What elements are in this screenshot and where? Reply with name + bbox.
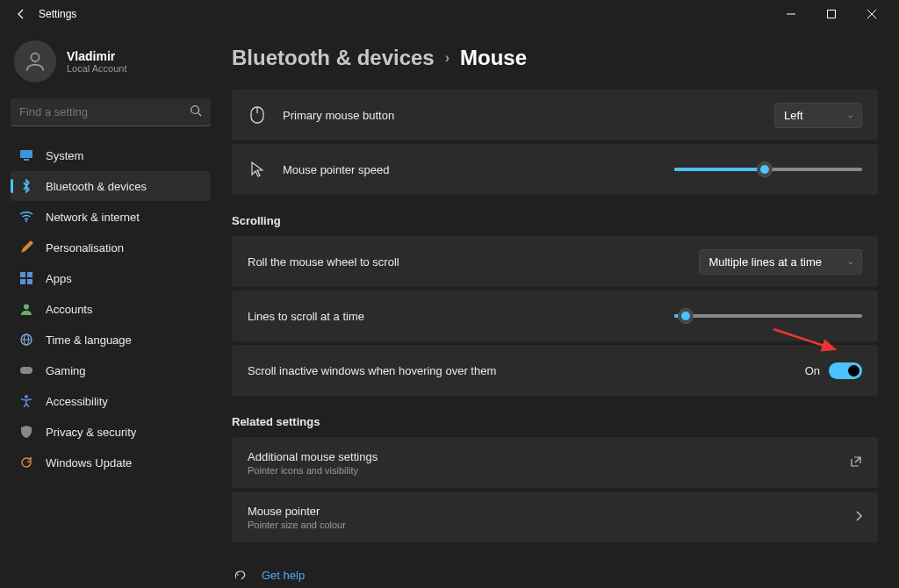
svg-point-22 bbox=[237, 574, 239, 576]
apps-icon bbox=[19, 271, 33, 285]
sidebar-item-personalisation[interactable]: Personalisation bbox=[11, 233, 211, 262]
titlebar: Settings bbox=[0, 0, 899, 28]
svg-point-9 bbox=[25, 220, 27, 222]
window-title: Settings bbox=[39, 8, 76, 20]
lines-scroll-label: Lines to scroll at a time bbox=[248, 310, 674, 323]
dropdown-value: Multiple lines at a time bbox=[708, 255, 822, 269]
close-button[interactable] bbox=[852, 0, 892, 28]
help-icon bbox=[232, 568, 248, 582]
roll-wheel-dropdown[interactable]: Multiple lines at a time ⌵ bbox=[699, 249, 862, 275]
bluetooth-icon bbox=[19, 179, 33, 193]
sidebar: Vladimir Local Account System Bluetooth … bbox=[0, 28, 221, 588]
globe-icon bbox=[19, 333, 33, 347]
user-name: Vladimir bbox=[67, 49, 127, 63]
chevron-down-icon: ⌵ bbox=[848, 111, 852, 119]
sidebar-item-label: Accessibility bbox=[46, 395, 108, 408]
nav-list: System Bluetooth & devices Network & int… bbox=[11, 140, 211, 477]
gaming-icon bbox=[19, 363, 33, 377]
svg-rect-8 bbox=[24, 159, 29, 161]
sidebar-item-apps[interactable]: Apps bbox=[11, 263, 211, 293]
lines-scroll-slider[interactable] bbox=[674, 307, 862, 325]
mouse-pointer-row[interactable]: Mouse pointer Pointer size and colour bbox=[232, 491, 878, 542]
wifi-icon bbox=[19, 210, 33, 224]
avatar bbox=[14, 40, 56, 82]
sidebar-item-label: Apps bbox=[46, 272, 72, 285]
additional-title: Additional mouse settings bbox=[248, 450, 850, 463]
accounts-icon bbox=[19, 302, 33, 316]
sidebar-item-privacy[interactable]: Privacy & security bbox=[11, 417, 211, 447]
main-panel: Bluetooth & devices › Mouse Primary mous… bbox=[221, 28, 899, 588]
pointer-speed-label: Mouse pointer speed bbox=[283, 163, 674, 176]
mouse-icon bbox=[248, 106, 267, 124]
sidebar-item-bluetooth[interactable]: Bluetooth & devices bbox=[11, 171, 211, 201]
sidebar-item-network[interactable]: Network & internet bbox=[11, 202, 211, 232]
svg-line-6 bbox=[198, 112, 202, 116]
accessibility-icon bbox=[19, 394, 33, 408]
scrolling-header: Scrolling bbox=[232, 214, 878, 227]
svg-point-5 bbox=[191, 105, 199, 113]
user-block[interactable]: Vladimir Local Account bbox=[11, 40, 211, 98]
sidebar-item-label: Gaming bbox=[46, 364, 86, 377]
svg-rect-7 bbox=[20, 150, 32, 158]
search-box[interactable] bbox=[11, 98, 211, 126]
sidebar-item-accessibility[interactable]: Accessibility bbox=[11, 386, 211, 416]
svg-rect-1 bbox=[828, 11, 836, 18]
brush-icon bbox=[19, 240, 33, 255]
system-icon bbox=[19, 148, 33, 162]
roll-wheel-label: Roll the mouse wheel to scroll bbox=[248, 255, 699, 269]
breadcrumb-prev[interactable]: Bluetooth & devices bbox=[232, 46, 435, 70]
sidebar-item-label: Personalisation bbox=[46, 241, 124, 255]
mouse-pointer-title: Mouse pointer bbox=[248, 505, 855, 518]
related-header: Related settings bbox=[232, 415, 878, 428]
additional-mouse-settings-row[interactable]: Additional mouse settings Pointer icons … bbox=[232, 437, 878, 488]
chevron-right-icon: › bbox=[445, 50, 450, 66]
user-sub: Local Account bbox=[67, 63, 127, 74]
scroll-inactive-row: Scroll inactive windows when hovering ov… bbox=[232, 345, 878, 396]
additional-sub: Pointer icons and visibility bbox=[248, 465, 850, 476]
svg-rect-13 bbox=[27, 279, 32, 284]
svg-rect-12 bbox=[20, 279, 25, 284]
primary-button-dropdown[interactable]: Left ⌵ bbox=[774, 103, 862, 128]
get-help-link[interactable]: Get help bbox=[232, 562, 878, 588]
sidebar-item-label: Time & language bbox=[46, 333, 132, 347]
sidebar-item-accounts[interactable]: Accounts bbox=[11, 294, 211, 324]
minimize-button[interactable] bbox=[771, 0, 811, 28]
shield-icon bbox=[19, 425, 33, 439]
svg-rect-10 bbox=[20, 272, 25, 277]
sidebar-item-label: Bluetooth & devices bbox=[46, 180, 147, 193]
primary-mouse-button-row: Primary mouse button Left ⌵ bbox=[232, 90, 878, 140]
dropdown-value: Left bbox=[784, 109, 803, 122]
scroll-inactive-label: Scroll inactive windows when hovering ov… bbox=[248, 364, 805, 377]
sidebar-item-label: Windows Update bbox=[46, 456, 132, 470]
pointer-speed-slider[interactable] bbox=[674, 161, 862, 178]
cursor-icon bbox=[248, 161, 267, 177]
chevron-right-icon bbox=[855, 511, 862, 524]
svg-point-14 bbox=[24, 305, 29, 310]
svg-rect-18 bbox=[20, 367, 32, 374]
maximize-button[interactable] bbox=[811, 0, 852, 28]
sidebar-item-time[interactable]: Time & language bbox=[11, 325, 211, 355]
sidebar-item-system[interactable]: System bbox=[11, 140, 211, 170]
sidebar-item-gaming[interactable]: Gaming bbox=[11, 355, 211, 385]
update-icon bbox=[19, 455, 33, 470]
svg-point-19 bbox=[25, 395, 28, 398]
back-button[interactable] bbox=[16, 9, 26, 19]
search-input[interactable] bbox=[19, 105, 190, 118]
search-icon bbox=[190, 104, 202, 120]
chevron-down-icon: ⌵ bbox=[848, 257, 852, 266]
sidebar-item-label: System bbox=[46, 149, 83, 162]
breadcrumb-current: Mouse bbox=[460, 46, 527, 70]
svg-point-4 bbox=[31, 54, 39, 61]
sidebar-item-update[interactable]: Windows Update bbox=[11, 448, 211, 477]
scroll-inactive-toggle[interactable] bbox=[829, 362, 862, 379]
mouse-pointer-sub: Pointer size and colour bbox=[248, 520, 855, 530]
svg-rect-11 bbox=[27, 272, 32, 277]
lines-scroll-row: Lines to scroll at a time bbox=[232, 290, 878, 341]
pointer-speed-row: Mouse pointer speed bbox=[232, 144, 878, 195]
primary-button-label: Primary mouse button bbox=[283, 109, 774, 122]
breadcrumb: Bluetooth & devices › Mouse bbox=[232, 46, 878, 70]
roll-wheel-row: Roll the mouse wheel to scroll Multiple … bbox=[232, 236, 878, 287]
toggle-label: On bbox=[805, 364, 820, 377]
sidebar-item-label: Network & internet bbox=[46, 211, 140, 224]
help-link-text[interactable]: Get help bbox=[262, 569, 305, 582]
